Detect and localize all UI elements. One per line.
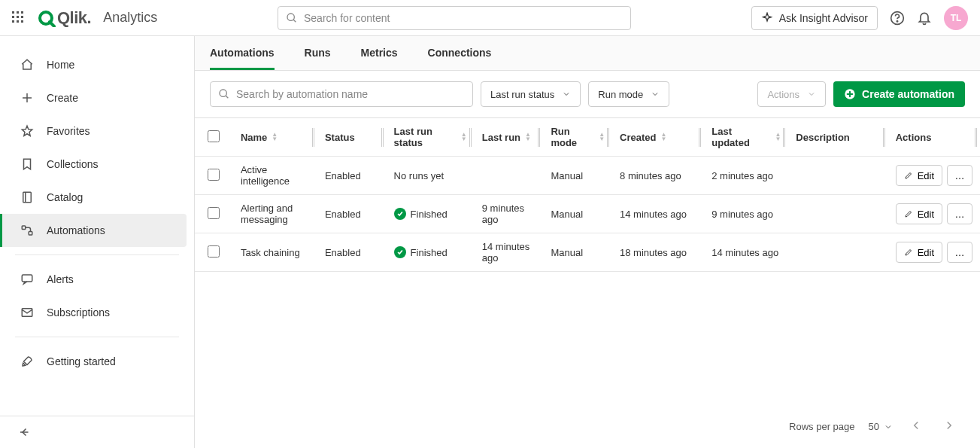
edit-button[interactable]: Edit <box>896 203 942 224</box>
table-row: Active intelligenceEnabledNo runs yetMan… <box>195 157 980 195</box>
help-icon[interactable] <box>890 11 905 26</box>
row-checkbox[interactable] <box>208 207 220 219</box>
column-header-last-updated[interactable]: Last updated▲▼ <box>704 118 788 157</box>
edit-label: Edit <box>918 170 934 181</box>
cell-last-run: 9 minutes ago <box>475 195 544 233</box>
last-run-status-filter[interactable]: Last run status <box>481 81 581 107</box>
rows-per-page-label: Rows per page <box>789 421 854 432</box>
book-icon <box>20 190 35 204</box>
search-icon <box>286 12 298 24</box>
svg-rect-0 <box>12 11 14 14</box>
column-label: Run mode <box>551 126 594 148</box>
collapse-sidebar-icon[interactable] <box>18 425 32 439</box>
global-search-input[interactable]: Search for content <box>278 6 631 30</box>
sidebar-item-label: Alerts <box>47 273 74 285</box>
cell-status: Enabled <box>317 233 387 272</box>
sparkle-icon <box>761 12 773 24</box>
check-circle-icon <box>394 208 406 220</box>
sidebar-item-catalog[interactable]: Catalog <box>0 181 194 214</box>
apps-grid-icon[interactable] <box>12 11 26 25</box>
rows-per-page-select[interactable]: 50 <box>869 421 893 432</box>
cell-last-run-status: No runs yet <box>387 157 475 195</box>
cell-last-run-status: Finished <box>387 233 475 272</box>
run-mode-label: Run mode <box>598 89 643 100</box>
avatar[interactable]: TL <box>944 6 968 30</box>
next-page-button[interactable] <box>939 416 959 437</box>
sidebar-item-home[interactable]: Home <box>0 48 194 81</box>
sidebar-item-subscriptions[interactable]: Subscriptions <box>0 296 194 329</box>
plus-circle-icon <box>844 88 856 100</box>
home-icon <box>20 58 35 72</box>
column-label: Last run <box>482 132 520 143</box>
cell-status: Enabled <box>317 157 387 195</box>
search-icon <box>218 88 230 100</box>
sidebar-item-favorites[interactable]: Favorites <box>0 114 194 148</box>
cell-created: 18 minutes ago <box>612 233 704 272</box>
ellipsis-icon: … <box>955 247 965 258</box>
column-label: Status <box>325 132 355 143</box>
run-mode-filter[interactable]: Run mode <box>588 81 669 107</box>
svg-line-12 <box>293 20 296 22</box>
tab-runs[interactable]: Runs <box>305 36 331 70</box>
sort-icon: ▲▼ <box>775 133 781 142</box>
column-label: Actions <box>896 132 932 143</box>
sidebar-item-label: Catalog <box>47 191 83 203</box>
prev-page-button[interactable] <box>906 416 926 437</box>
edit-button[interactable]: Edit <box>896 242 942 263</box>
bell-icon[interactable] <box>917 11 932 26</box>
column-header-created[interactable]: Created▲▼ <box>612 118 704 157</box>
cell-name: Task chaining <box>233 233 317 272</box>
row-checkbox[interactable] <box>208 245 220 258</box>
sidebar-item-create[interactable]: Create <box>0 81 194 114</box>
column-header-status[interactable]: Status <box>317 118 387 157</box>
sidebar-item-automations[interactable]: Automations <box>0 214 187 247</box>
automation-search-input[interactable]: Search by automation name <box>210 81 473 107</box>
table-row: Task chainingEnabledFinished14 minutes a… <box>195 233 980 272</box>
svg-rect-3 <box>12 16 14 18</box>
tab-metrics[interactable]: Metrics <box>361 36 398 70</box>
table-row: Alerting and messagingEnabledFinished9 m… <box>195 195 980 233</box>
column-header-run-mode[interactable]: Run mode▲▼ <box>543 118 612 157</box>
check-circle-icon <box>394 246 406 258</box>
row-checkbox[interactable] <box>208 169 220 181</box>
column-label: Last run status <box>394 126 457 148</box>
automation-search-placeholder: Search by automation name <box>236 88 368 100</box>
cell-last-run <box>475 157 544 195</box>
sidebar-item-getting-started[interactable]: Getting started <box>0 345 194 378</box>
sort-icon: ▲▼ <box>525 133 531 142</box>
sidebar-item-collections[interactable]: Collections <box>0 148 194 181</box>
column-header-last-run-status[interactable]: Last run status▲▼ <box>387 118 475 157</box>
status-finished: Finished <box>394 208 448 220</box>
global-search-placeholder: Search for content <box>304 12 390 24</box>
edit-button[interactable]: Edit <box>896 165 942 186</box>
sidebar-item-label: Create <box>47 92 78 104</box>
column-label: Last updated <box>711 126 770 148</box>
mail-icon <box>20 306 35 319</box>
sidebar-item-alerts[interactable]: Alerts <box>0 263 194 296</box>
select-all-checkbox[interactable] <box>208 130 220 142</box>
more-button[interactable]: … <box>947 242 972 263</box>
star-icon <box>20 124 35 138</box>
cell-created: 14 minutes ago <box>612 195 704 233</box>
flow-icon <box>20 224 35 237</box>
column-header-description[interactable]: Description <box>788 118 887 157</box>
pencil-icon <box>904 209 913 218</box>
chevron-down-icon <box>562 90 571 99</box>
column-header-name[interactable]: Name▲▼ <box>233 118 317 157</box>
svg-rect-21 <box>22 275 32 282</box>
more-button[interactable]: … <box>947 203 972 224</box>
create-automation-button[interactable]: Create automation <box>833 81 965 107</box>
sort-icon: ▲▼ <box>660 133 666 142</box>
svg-point-14 <box>897 20 897 21</box>
ask-insight-advisor-button[interactable]: Ask Insight Advisor <box>751 6 878 30</box>
tab-connections[interactable]: Connections <box>428 36 492 70</box>
column-header-last-run[interactable]: Last run▲▼ <box>475 118 544 157</box>
rows-per-page-value: 50 <box>869 421 879 432</box>
more-button[interactable]: … <box>947 165 972 186</box>
plus-icon <box>20 91 35 105</box>
bulk-actions-button[interactable]: Actions <box>757 81 826 107</box>
column-header-actions[interactable]: Actions <box>888 118 980 157</box>
svg-rect-4 <box>17 16 19 18</box>
chevron-down-icon <box>884 422 893 431</box>
tab-automations[interactable]: Automations <box>210 36 275 70</box>
